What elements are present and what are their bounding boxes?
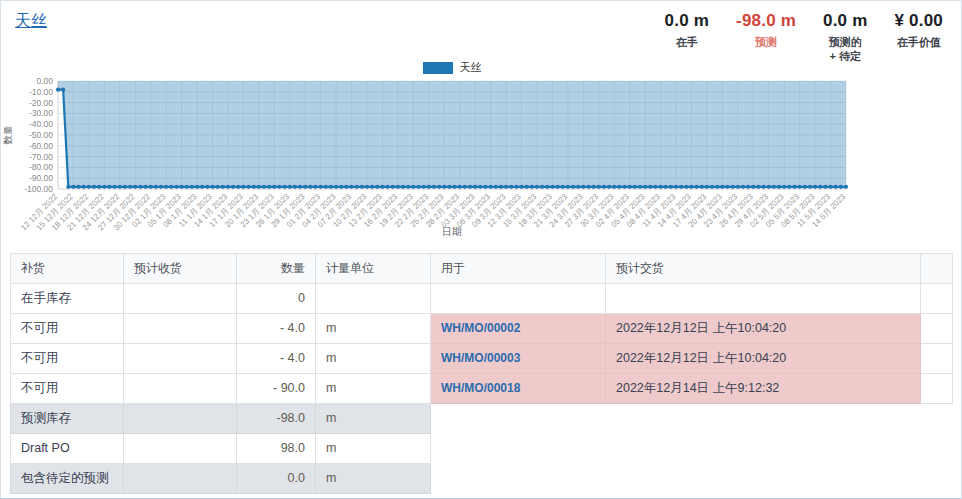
- data-point: [56, 88, 60, 92]
- row-qty: - 90.0: [237, 374, 316, 404]
- data-point: [458, 185, 462, 189]
- data-point: [653, 185, 657, 189]
- data-point: [154, 185, 158, 189]
- data-point: [205, 185, 209, 189]
- stat-forecast: -98.0 m 预测: [736, 11, 796, 64]
- row-uom: m: [316, 314, 431, 344]
- data-point: [561, 185, 565, 189]
- data-point: [705, 185, 709, 189]
- data-point: [844, 185, 848, 189]
- data-point: [612, 185, 616, 189]
- data-point: [535, 185, 539, 189]
- data-point: [787, 185, 791, 189]
- mo-link[interactable]: WH/MO/00002: [441, 321, 520, 335]
- data-point: [545, 185, 549, 189]
- legend-label: 天丝: [460, 60, 482, 75]
- data-point: [617, 185, 621, 189]
- data-point: [798, 185, 802, 189]
- data-point: [143, 185, 147, 189]
- data-point: [246, 185, 250, 189]
- row-actions: [921, 314, 953, 344]
- svg-text:-80.00: -80.00: [29, 162, 53, 172]
- mo-link[interactable]: WH/MO/00003: [441, 351, 520, 365]
- data-point: [772, 185, 776, 189]
- data-point: [581, 185, 585, 189]
- data-point: [597, 185, 601, 189]
- data-point: [210, 185, 214, 189]
- data-point: [174, 185, 178, 189]
- data-point: [767, 185, 771, 189]
- data-point: [499, 185, 503, 189]
- row-uom: m: [316, 344, 431, 374]
- row-used-for: WH/MO/00002: [431, 314, 606, 344]
- data-point: [298, 185, 302, 189]
- data-point: [792, 185, 796, 189]
- data-point: [87, 185, 91, 189]
- data-point: [731, 185, 735, 189]
- data-point: [720, 185, 724, 189]
- row-actions: [921, 374, 953, 404]
- svg-text:-90.00: -90.00: [29, 173, 53, 183]
- data-point: [432, 185, 436, 189]
- row-delivery: [606, 404, 921, 434]
- svg-text:-10.00: -10.00: [29, 87, 53, 97]
- data-point: [375, 185, 379, 189]
- row-delivery: [606, 434, 921, 464]
- y-axis-title: 数量: [2, 125, 13, 145]
- data-point: [427, 185, 431, 189]
- data-point: [643, 185, 647, 189]
- data-point: [592, 185, 596, 189]
- data-point: [725, 185, 729, 189]
- x-axis-ticks: 12 12月 202215 12月 202218 12月 202221 12月 …: [19, 192, 848, 233]
- row-uom: m: [316, 464, 431, 494]
- row-used-for: WH/MO/00018: [431, 374, 606, 404]
- data-point: [231, 185, 235, 189]
- row-used-for: WH/MO/00003: [431, 344, 606, 374]
- forecast-area-chart[interactable]: 0.00-10.00-20.00-30.00-40.00-50.00-60.00…: [1, 57, 961, 245]
- row-uom: [316, 284, 431, 314]
- data-point: [355, 185, 359, 189]
- data-point: [777, 185, 781, 189]
- data-point: [226, 185, 230, 189]
- product-title-link[interactable]: 天丝: [15, 11, 47, 32]
- data-point: [818, 185, 822, 189]
- data-point: [509, 185, 513, 189]
- row-uom: m: [316, 434, 431, 464]
- mo-link[interactable]: WH/MO/00018: [441, 381, 520, 395]
- data-point: [622, 185, 626, 189]
- data-point: [761, 185, 765, 189]
- row-label: 不可用: [11, 344, 124, 374]
- svg-text:-100.00: -100.00: [24, 184, 53, 194]
- stat-forecast-pending: 0.0 m 预测的+ 待定: [823, 11, 867, 64]
- data-point: [514, 185, 518, 189]
- data-point: [586, 185, 590, 189]
- row-scheduled: [124, 374, 237, 404]
- data-point: [751, 185, 755, 189]
- series-area[interactable]: [56, 81, 848, 189]
- data-point: [164, 185, 168, 189]
- data-point: [447, 185, 451, 189]
- chart-legend[interactable]: 天丝: [58, 60, 846, 75]
- data-point: [530, 185, 534, 189]
- table-row: 包含待定的预测 0.0 m: [11, 464, 953, 494]
- data-point: [370, 185, 374, 189]
- data-point: [633, 185, 637, 189]
- data-point: [118, 185, 122, 189]
- data-point: [396, 185, 400, 189]
- data-point: [185, 185, 189, 189]
- row-actions: [921, 284, 953, 314]
- col-replenishment: 补货: [11, 254, 124, 284]
- data-point: [695, 185, 699, 189]
- data-point: [113, 185, 117, 189]
- data-point: [380, 185, 384, 189]
- data-point: [77, 185, 81, 189]
- col-quantity: 数量: [237, 254, 316, 284]
- row-scheduled: [124, 434, 237, 464]
- data-point: [391, 185, 395, 189]
- data-point: [406, 185, 410, 189]
- data-point: [303, 185, 307, 189]
- data-point: [128, 185, 132, 189]
- data-point: [555, 185, 559, 189]
- row-qty: - 4.0: [237, 314, 316, 344]
- data-point: [272, 185, 276, 189]
